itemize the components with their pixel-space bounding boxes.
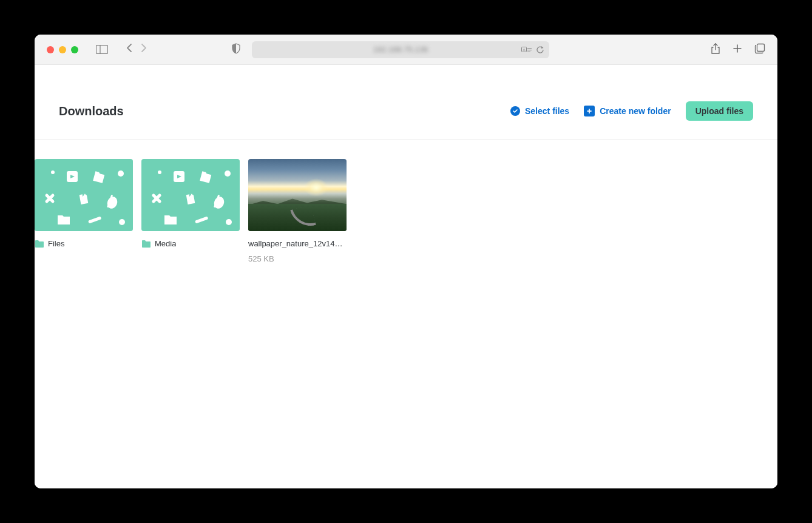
plus-icon bbox=[732, 44, 742, 53]
svg-rect-28 bbox=[195, 216, 208, 223]
upload-files-button[interactable]: Upload files bbox=[686, 101, 753, 121]
svg-rect-6 bbox=[527, 52, 530, 52]
svg-point-27 bbox=[221, 194, 224, 197]
reader-icon[interactable]: A bbox=[521, 46, 532, 53]
folder-icon bbox=[35, 240, 44, 248]
window-controls bbox=[47, 46, 78, 53]
close-window-button[interactable] bbox=[47, 46, 54, 53]
svg-rect-11 bbox=[757, 44, 765, 51]
checkmark-circle-icon bbox=[510, 106, 520, 116]
svg-point-14 bbox=[51, 170, 55, 174]
image-thumbnail bbox=[248, 159, 347, 231]
plus-square-icon: + bbox=[584, 106, 595, 116]
forward-button[interactable] bbox=[140, 43, 147, 56]
file-size: 525 KB bbox=[248, 254, 347, 263]
new-tab-button[interactable] bbox=[732, 44, 742, 56]
reload-icon[interactable] bbox=[536, 46, 544, 54]
folder-item[interactable]: Files bbox=[35, 159, 133, 263]
folder-name: Files bbox=[48, 239, 64, 248]
file-grid: Files bbox=[35, 140, 777, 263]
svg-point-18 bbox=[114, 194, 117, 197]
svg-text:A: A bbox=[523, 48, 525, 52]
folder-name: Media bbox=[155, 239, 176, 248]
folder-thumbnail bbox=[141, 159, 240, 231]
folder-icon bbox=[141, 240, 151, 248]
page-header: Downloads Select files + Create new fold… bbox=[35, 65, 777, 140]
address-bar[interactable]: 192.168.75.136 A bbox=[252, 41, 549, 58]
browser-window: 192.168.75.136 A bbox=[35, 35, 777, 488]
folder-thumbnail bbox=[35, 159, 133, 231]
chevron-left-icon bbox=[126, 43, 133, 53]
svg-point-16 bbox=[106, 195, 119, 210]
svg-point-29 bbox=[226, 219, 232, 225]
browser-toolbar: 192.168.75.136 A bbox=[35, 35, 777, 65]
svg-rect-5 bbox=[527, 50, 532, 50]
content-area: Downloads Select files + Create new fold… bbox=[35, 65, 777, 488]
page-title: Downloads bbox=[59, 104, 124, 118]
privacy-shield-icon[interactable] bbox=[231, 43, 241, 56]
file-meta: Files bbox=[35, 239, 133, 248]
tabs-button[interactable] bbox=[754, 43, 765, 56]
svg-point-25 bbox=[212, 195, 226, 210]
svg-point-24 bbox=[225, 170, 231, 177]
folder-item[interactable]: Media bbox=[141, 159, 240, 263]
file-name: wallpaper_nature_12v14596… bbox=[248, 239, 347, 248]
svg-rect-19 bbox=[88, 216, 101, 223]
back-button[interactable] bbox=[126, 43, 133, 56]
svg-point-23 bbox=[158, 170, 161, 174]
file-meta: wallpaper_nature_12v14596… bbox=[248, 239, 347, 248]
share-button[interactable] bbox=[711, 42, 720, 57]
sidebar-icon bbox=[96, 45, 108, 54]
header-actions: Select files + Create new folder Upload … bbox=[510, 101, 753, 121]
chevron-right-icon bbox=[140, 43, 147, 53]
maximize-window-button[interactable] bbox=[71, 46, 78, 53]
minimize-window-button[interactable] bbox=[59, 46, 66, 53]
svg-rect-0 bbox=[96, 46, 108, 54]
svg-point-20 bbox=[119, 219, 125, 225]
navigation-arrows bbox=[126, 43, 147, 56]
svg-point-15 bbox=[118, 170, 124, 177]
share-icon bbox=[711, 42, 720, 55]
sidebar-toggle-button[interactable] bbox=[95, 44, 109, 55]
select-files-label: Select files bbox=[525, 106, 569, 116]
create-folder-button[interactable]: + Create new folder bbox=[584, 106, 671, 116]
address-text: 192.168.75.136 bbox=[373, 45, 428, 54]
tabs-icon bbox=[754, 43, 765, 54]
create-folder-label: Create new folder bbox=[600, 106, 671, 116]
file-meta: Media bbox=[141, 239, 240, 248]
file-item[interactable]: wallpaper_nature_12v14596… 525 KB bbox=[248, 159, 347, 263]
select-files-button[interactable]: Select files bbox=[510, 106, 569, 116]
svg-marker-7 bbox=[541, 46, 544, 49]
svg-rect-4 bbox=[527, 48, 532, 49]
